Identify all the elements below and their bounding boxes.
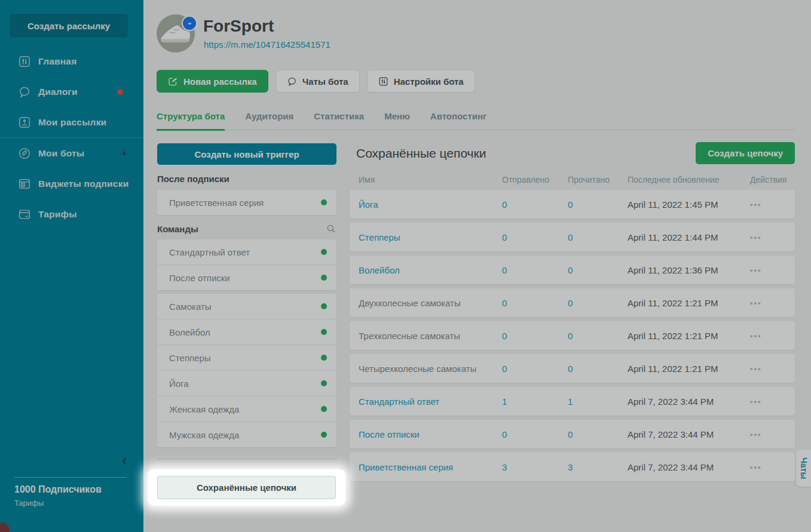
tutorial-dim-overlay (0, 0, 811, 532)
tutorial-spotlight: Сохранённые цепочки (148, 469, 345, 506)
saved-chains-button[interactable]: Сохранённые цепочки (157, 476, 336, 499)
